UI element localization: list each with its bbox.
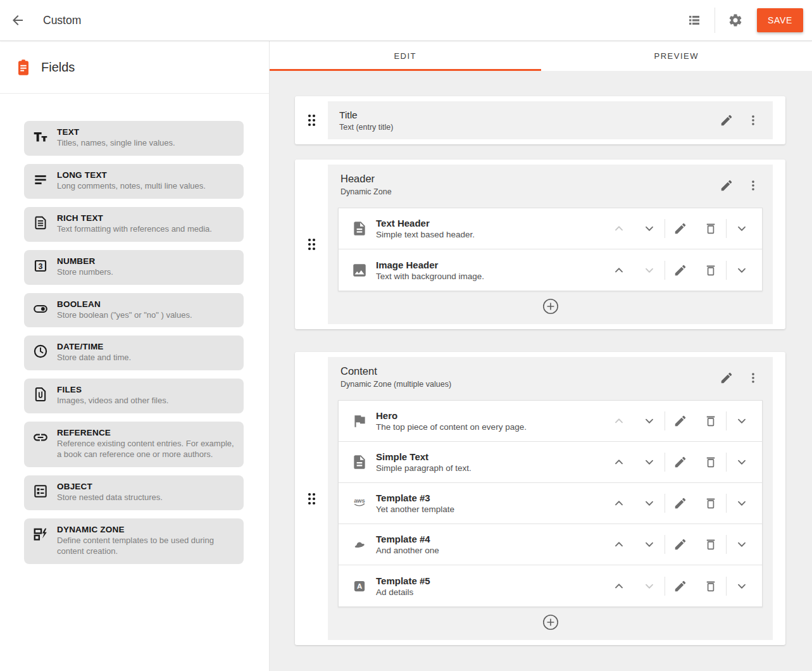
expand-template-button[interactable] (727, 488, 757, 518)
field-card-header: Header Dynamic Zone Text Header Simple t… (295, 160, 785, 329)
doc-icon (351, 454, 368, 470)
add-template-button[interactable] (542, 298, 559, 315)
field-type-card-reference[interactable]: REFERENCE Reference existing content ent… (24, 422, 244, 467)
edit-template-button[interactable] (665, 488, 696, 518)
field-type-name: NUMBER (57, 256, 235, 266)
move-down-button[interactable] (634, 571, 665, 601)
field-type-name: OBJECT (57, 482, 235, 491)
field-type-card-object[interactable]: OBJECT Store nested data structures. (24, 475, 244, 510)
expand-template-button[interactable] (727, 447, 757, 477)
edit-template-button[interactable] (665, 406, 696, 436)
drag-handle[interactable] (303, 109, 321, 132)
delete-template-button[interactable] (696, 406, 726, 436)
expand-template-button[interactable] (727, 255, 757, 285)
edit-field-button[interactable] (713, 173, 740, 198)
edit-template-button[interactable] (665, 571, 696, 601)
field-type-description: Define content templates to be used duri… (57, 536, 235, 557)
field-type-card-text[interactable]: TEXT Titles, names, single line values. (24, 121, 244, 156)
expand-template-button[interactable] (727, 213, 757, 244)
drag-handle[interactable] (303, 487, 321, 510)
image-icon (351, 262, 368, 279)
back-button[interactable] (5, 8, 30, 33)
delete-template-button[interactable] (696, 529, 726, 560)
delete-template-button[interactable] (696, 255, 726, 285)
number-icon: 3 (32, 258, 49, 274)
move-down-button[interactable] (634, 488, 665, 518)
field-type-description: Store numbers. (57, 267, 235, 278)
tab-edit[interactable]: EDIT (270, 41, 541, 71)
move-down-button[interactable] (634, 529, 665, 560)
field-menu-button[interactable] (740, 173, 766, 198)
template-row: Image Header Text with background image. (339, 249, 762, 291)
delete-template-button[interactable] (696, 571, 726, 601)
field-type-label: Dynamic Zone (340, 187, 713, 196)
field-type-card-number[interactable]: 3 NUMBER Store numbers. (24, 250, 244, 285)
move-up-button[interactable] (604, 571, 634, 601)
edit-field-button[interactable] (713, 365, 740, 391)
field-type-card-date-time[interactable]: DATE/TIME Store date and time. (24, 336, 244, 370)
field-type-name: DYNAMIC ZONE (57, 525, 235, 534)
template-row: Text Header Simple text based header. (339, 208, 762, 249)
field-type-description: Text formatting with references and medi… (57, 224, 235, 235)
field-type-label: Text (entry title) (339, 123, 713, 132)
expand-template-button[interactable] (727, 529, 757, 560)
field-type-card-long-text[interactable]: LONG TEXT Long comments, notes, multi li… (24, 164, 244, 199)
template-description: Text with background image. (376, 272, 604, 281)
hat-icon (351, 536, 368, 553)
svg-text:A: A (357, 582, 362, 590)
delete-template-button[interactable] (696, 213, 726, 244)
drag-handle[interactable] (303, 233, 321, 256)
edit-template-button[interactable] (665, 255, 696, 285)
move-down-button[interactable] (634, 406, 665, 436)
field-type-card-boolean[interactable]: BOOLEAN Store boolean ("yes" or "no" ) v… (24, 293, 244, 328)
delete-template-button[interactable] (696, 488, 726, 518)
field-type-description: Store date and time. (57, 353, 235, 363)
field-type-card-files[interactable]: FILES Images, videos and other files. (24, 379, 244, 413)
template-description: Ad details (376, 587, 604, 597)
add-template-button[interactable] (542, 613, 559, 631)
settings-button[interactable] (723, 8, 748, 33)
field-title: Title (339, 110, 713, 121)
gear-icon (728, 13, 743, 28)
svg-text:aws: aws (354, 498, 365, 504)
template-name: Simple Text (376, 451, 604, 462)
view-list-button[interactable] (682, 8, 707, 33)
field-type-description: Store nested data structures. (57, 492, 235, 503)
boolean-icon (32, 301, 49, 317)
expand-template-button[interactable] (727, 406, 757, 436)
edit-field-button[interactable] (713, 108, 740, 133)
edit-template-button[interactable] (665, 213, 696, 244)
field-type-card-rich-text[interactable]: RICH TEXT Text formatting with reference… (24, 207, 244, 242)
reference-icon (32, 429, 49, 446)
field-card-title: Title Text (entry title) (295, 96, 785, 144)
field-menu-button[interactable] (740, 108, 766, 133)
tab-preview[interactable]: PREVIEW (541, 41, 812, 71)
move-up-button[interactable] (604, 406, 634, 436)
edit-template-button[interactable] (665, 529, 696, 560)
move-down-button[interactable] (634, 447, 665, 477)
move-up-button[interactable] (604, 529, 634, 560)
datetime-icon (32, 343, 49, 360)
text-icon (32, 129, 49, 145)
move-up-button[interactable] (604, 213, 634, 244)
edit-template-button[interactable] (665, 447, 696, 477)
arrow-left-icon (10, 13, 25, 28)
dynamic-zone-icon (32, 526, 49, 542)
template-row: Hero The top piece of content on every p… (339, 401, 762, 442)
field-type-card-dynamic-zone[interactable]: DYNAMIC ZONE Define content templates to… (24, 518, 244, 564)
move-up-button[interactable] (604, 255, 634, 285)
template-description: The top piece of content on every page. (376, 422, 604, 432)
move-up-button[interactable] (604, 447, 634, 477)
template-name: Text Header (376, 218, 604, 229)
tab-bar: EDIT PREVIEW (270, 41, 812, 71)
view-list-icon (687, 13, 702, 28)
move-down-button[interactable] (634, 213, 665, 244)
field-type-description: Long comments, notes, multi line values. (57, 181, 235, 192)
field-menu-button[interactable] (740, 365, 766, 391)
save-button[interactable]: SAVE (757, 8, 803, 32)
delete-template-button[interactable] (696, 447, 726, 477)
expand-template-button[interactable] (727, 571, 757, 601)
files-icon (32, 386, 49, 403)
move-down-button[interactable] (634, 255, 665, 285)
move-up-button[interactable] (604, 488, 634, 518)
